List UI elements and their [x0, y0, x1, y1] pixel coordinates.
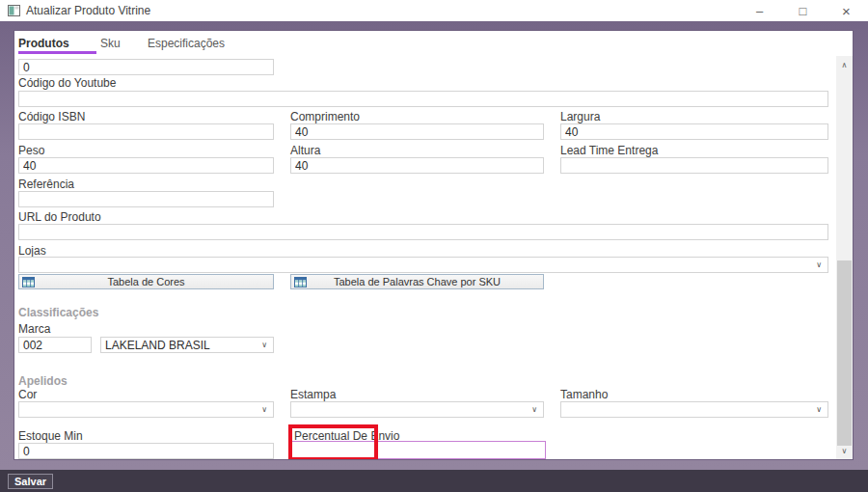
marca-combobox-value: LAKELAND BRASIL [101, 339, 261, 352]
comprimento-label: Comprimento [290, 111, 360, 123]
altura-label: Altura [290, 145, 320, 157]
codigo-isbn-field[interactable] [18, 123, 274, 140]
url-produto-field[interactable] [18, 224, 828, 240]
codigo-youtube-field[interactable] [18, 91, 828, 107]
marca-label: Marca [18, 323, 50, 336]
referencia-label: Referência [18, 178, 74, 191]
largura-label: Largura [560, 111, 600, 123]
close-button[interactable]: × [825, 0, 868, 21]
table-icon [294, 277, 307, 287]
cor-label: Cor [18, 389, 37, 401]
marca-code-field[interactable] [18, 337, 92, 353]
apelidos-section-title: Apelidos [18, 374, 68, 388]
window-frame: Produtos Sku Especificações Código do Yo… [0, 21, 868, 470]
scrollbar-thumb[interactable] [837, 260, 852, 446]
chevron-down-icon: ∨ [261, 406, 273, 414]
vertical-scrollbar[interactable]: ∧ ∨ [836, 56, 853, 459]
peso-field[interactable] [18, 157, 274, 174]
chevron-down-icon: ∨ [261, 342, 273, 349]
tabela-palavras-chave-label: Tabela de Palavras Chave por SKU [334, 276, 501, 287]
minimize-button[interactable]: – [738, 0, 781, 21]
tabstrip: Produtos Sku Especificações [14, 31, 853, 56]
lead-time-field[interactable] [560, 157, 828, 174]
altura-field[interactable] [290, 157, 544, 174]
footer-bar: Salvar [0, 470, 868, 492]
tamanho-combobox[interactable]: ∨ [560, 401, 828, 418]
cor-combobox[interactable]: ∨ [18, 401, 274, 418]
largura-field[interactable] [560, 123, 828, 140]
codigo-isbn-label: Código ISBN [18, 111, 85, 123]
estoque-min-label: Estoque Min [18, 430, 83, 443]
partial-top-field[interactable] [18, 59, 274, 75]
scroll-down-icon[interactable]: ∨ [836, 443, 853, 458]
table-icon [22, 277, 35, 287]
chevron-down-icon: ∨ [816, 261, 827, 269]
tab-especificacoes[interactable]: Especificações [148, 37, 225, 50]
referencia-field[interactable] [18, 191, 274, 207]
lead-time-label: Lead Time Entrega [560, 145, 658, 157]
window-controls: – □ × [738, 0, 868, 21]
estampa-label: Estampa [290, 389, 336, 401]
tabela-de-cores-button[interactable]: Tabela de Cores [18, 274, 274, 289]
marca-combobox[interactable]: LAKELAND BRASIL ∨ [100, 337, 274, 353]
tamanho-label: Tamanho [560, 389, 608, 401]
comprimento-field[interactable] [290, 123, 544, 140]
app-window-icon [8, 5, 20, 16]
window-title: Atualizar Produto Vitrine [26, 4, 150, 17]
peso-label: Peso [18, 145, 44, 157]
tab-produtos[interactable]: Produtos [18, 37, 69, 50]
maximize-button[interactable]: □ [781, 0, 825, 21]
lojas-combobox[interactable]: ∨ [18, 257, 828, 273]
form-content: Código do Youtube Código ISBN Compriment… [14, 56, 836, 459]
active-tab-underline [18, 51, 96, 54]
tabela-de-cores-label: Tabela de Cores [107, 276, 184, 287]
chevron-down-icon: ∨ [531, 406, 543, 414]
chevron-down-icon: ∨ [816, 406, 827, 414]
tabela-palavras-chave-button[interactable]: Tabela de Palavras Chave por SKU [290, 274, 544, 289]
save-button[interactable]: Salvar [8, 474, 53, 489]
classificacoes-section-title: Classificações [18, 306, 98, 319]
window-titlebar: Atualizar Produto Vitrine – □ × [0, 0, 868, 21]
percentual-envio-field[interactable] [290, 441, 546, 459]
scroll-up-icon[interactable]: ∧ [836, 57, 853, 72]
estampa-combobox[interactable]: ∨ [290, 401, 544, 418]
tab-page-panel: Produtos Sku Especificações Código do Yo… [14, 30, 854, 460]
tab-sku[interactable]: Sku [100, 37, 121, 50]
codigo-youtube-label: Código do Youtube [18, 77, 116, 90]
estoque-min-field[interactable] [18, 443, 274, 459]
url-produto-label: URL do Produto [18, 211, 101, 224]
